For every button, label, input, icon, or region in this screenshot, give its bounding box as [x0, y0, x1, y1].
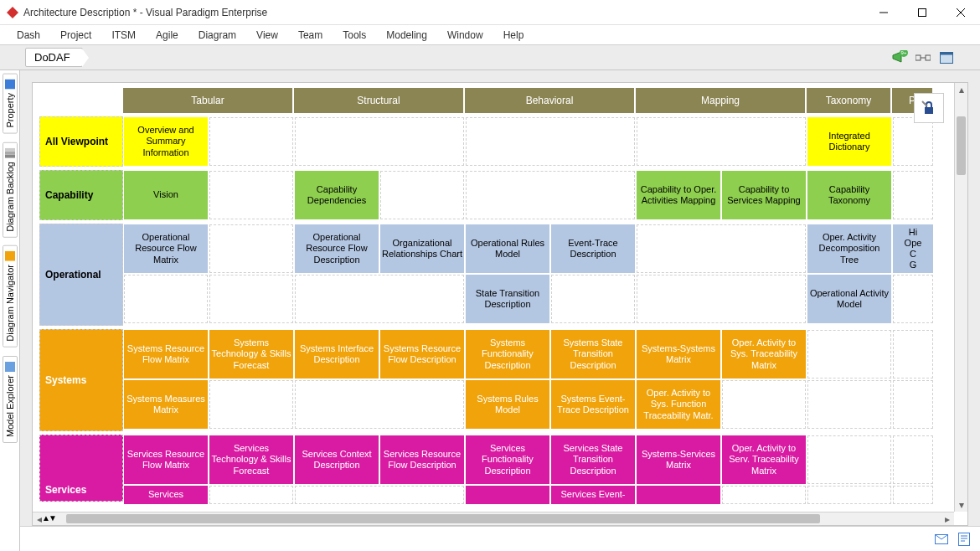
row-header-systems[interactable]: Systems — [39, 329, 123, 431]
cell-empty — [295, 486, 464, 504]
cell-integrated-dictionary[interactable]: Integrated Dictionary — [807, 117, 891, 166]
cell-sys-state-trans[interactable]: Systems State Transition Description — [551, 330, 635, 378]
cell-serv-func-desc[interactable]: Services Functionality Description — [466, 435, 549, 484]
maximize-button[interactable] — [903, 0, 941, 25]
note-icon[interactable] — [958, 533, 970, 546]
lock-icon — [921, 100, 936, 116]
col-tabular[interactable]: Tabular — [123, 88, 294, 113]
announce-icon[interactable]: 9+ — [890, 48, 910, 68]
close-button[interactable] — [941, 0, 980, 25]
side-tab-label: Property — [5, 93, 15, 128]
col-mapping[interactable]: Mapping — [636, 88, 807, 113]
scroll-down-icon[interactable]: ▾ — [955, 498, 967, 512]
cell-sys-measures[interactable]: Systems Measures Matrix — [124, 380, 208, 429]
cell-cap-serv-map[interactable]: Capability to Services Mapping — [722, 171, 806, 219]
cell-empty — [637, 117, 806, 166]
cell-oper-decomp-tree[interactable]: Oper. Activity Decomposition Tree — [807, 224, 891, 273]
cell-serv-event-partial[interactable]: Services Event- — [551, 486, 635, 504]
cell-oper-serv-trace[interactable]: Oper. Activity to Serv. Traceability Mat… — [722, 435, 806, 484]
menu-project[interactable]: Project — [60, 29, 91, 41]
mail-icon[interactable] — [935, 534, 948, 544]
cell-oper-sys-func-trace[interactable]: Oper. Activity to Sys. Function Traceabi… — [637, 380, 720, 429]
menu-help[interactable]: Help — [503, 29, 524, 41]
cell-sys-res-flow-desc[interactable]: Systems Resource Flow Description — [380, 330, 464, 378]
menu-view[interactable]: View — [256, 29, 278, 41]
cell-empty — [209, 380, 293, 429]
svg-rect-12 — [5, 80, 15, 90]
menu-dash[interactable]: Dash — [17, 29, 40, 41]
cell-empty — [893, 486, 933, 504]
minimize-button[interactable] — [864, 0, 903, 25]
cell-empty — [893, 171, 933, 219]
cell-empty — [380, 171, 464, 219]
cell-oper-rules[interactable]: Operational Rules Model — [466, 224, 549, 273]
row-header-all-viewpoint[interactable]: All Viewpoint — [39, 116, 123, 167]
scroll-up-icon[interactable]: ▴ — [955, 83, 967, 96]
cell-sys-tech-skills[interactable]: Systems Technology & Skills Forecast — [209, 330, 293, 378]
panel-icon[interactable] — [936, 48, 957, 68]
row-header-capability[interactable]: Capability — [39, 170, 123, 220]
cell-serv-state-trans[interactable]: Services State Transition Description — [551, 435, 635, 484]
menu-tools[interactable]: Tools — [343, 29, 366, 41]
cell-cap-oper-map[interactable]: Capability to Oper. Activities Mapping — [637, 171, 720, 219]
cell-serv-partial2[interactable] — [466, 486, 549, 504]
cell-sys-rules[interactable]: Systems Rules Model — [466, 380, 549, 429]
menu-agile[interactable]: Agile — [156, 29, 178, 41]
col-behavioral[interactable]: Behavioral — [465, 88, 636, 113]
cell-oper-activity-model[interactable]: Operational Activity Model — [807, 275, 891, 323]
layout-icon[interactable] — [913, 48, 933, 68]
cell-serv-res-flow-desc[interactable]: Services Resource Flow Description — [380, 435, 464, 484]
scroll-thumb-h[interactable] — [66, 514, 820, 523]
col-taxonomy[interactable]: Taxonomy — [807, 88, 892, 113]
side-tab-property[interactable]: Property — [3, 74, 18, 134]
cell-sys-serv-matrix[interactable]: Systems-Services Matrix — [637, 435, 720, 484]
menu-window[interactable]: Window — [447, 29, 483, 41]
vertical-scrollbar[interactable]: ▴ ▾ — [954, 83, 967, 512]
svg-marker-0 — [7, 7, 18, 18]
app-logo-icon — [7, 7, 18, 18]
menu-itsm[interactable]: ITSM — [111, 29, 136, 41]
col-structural[interactable]: Structural — [294, 88, 465, 113]
cell-event-trace[interactable]: Event-Trace Description — [551, 224, 635, 273]
cell-vision[interactable]: Vision — [124, 171, 208, 219]
svg-rect-7 — [916, 55, 921, 60]
scroll-thumb-v[interactable] — [957, 116, 966, 175]
breadcrumb[interactable]: DoDAF — [25, 48, 83, 67]
diagram-canvas[interactable]: Tabular Structural Behavioral Mapping Ta… — [32, 82, 968, 526]
cell-serv-context[interactable]: Services Context Description — [295, 435, 379, 484]
cell-empty — [209, 224, 293, 273]
lock-badge[interactable] — [914, 93, 944, 123]
scroll-right-icon[interactable]: ▸ — [941, 512, 954, 525]
menu-team[interactable]: Team — [298, 29, 322, 41]
cell-serv-partial3[interactable] — [637, 486, 720, 504]
svg-rect-18 — [925, 107, 933, 114]
side-tab-explorer[interactable]: Model Explorer — [3, 356, 18, 443]
cell-oper-res-flow-desc[interactable]: Operational Resource Flow Description — [295, 224, 379, 273]
cell-empty — [807, 486, 891, 504]
title-bar: Architecture Description * - Visual Para… — [0, 0, 980, 25]
cell-sys-res-flow-matrix[interactable]: Systems Resource Flow Matrix — [124, 330, 208, 378]
row-header-operational[interactable]: Operational — [39, 224, 123, 326]
cell-org-rel-chart[interactable]: Organizational Relationships Chart — [380, 224, 464, 273]
expand-toggle-icon[interactable]: ▲▼ — [42, 513, 55, 523]
menu-modeling[interactable]: Modeling — [386, 29, 427, 41]
cell-state-transition[interactable]: State Transition Description — [466, 275, 549, 323]
cell-cap-taxonomy[interactable]: Capability Taxonomy — [807, 171, 891, 219]
cell-oper-sys-trace[interactable]: Oper. Activity to Sys. Traceability Matr… — [722, 330, 806, 378]
side-tab-backlog[interactable]: Diagram Backlog — [3, 142, 18, 238]
cell-overview-summary[interactable]: Overview and Summary Information — [124, 117, 208, 166]
cell-partial[interactable]: Hi Ope C G — [893, 224, 933, 273]
cell-sys-event-trace[interactable]: Systems Event-Trace Description — [551, 380, 635, 429]
horizontal-scrollbar[interactable]: ◂ ▸ — [33, 512, 954, 525]
cell-sys-interface[interactable]: Systems Interface Description — [295, 330, 379, 378]
cell-serv-partial[interactable]: Services — [124, 486, 208, 504]
cell-serv-res-flow-matrix[interactable]: Services Resource Flow Matrix — [124, 435, 208, 484]
cell-oper-res-flow-matrix[interactable]: Operational Resource Flow Matrix — [124, 224, 208, 273]
side-tab-navigator[interactable]: Diagram Navigator — [3, 245, 18, 348]
row-header-services[interactable]: Services — [39, 435, 123, 502]
cell-capability-deps[interactable]: Capability Dependencies — [295, 171, 379, 219]
cell-serv-tech-skills[interactable]: Services Technology & Skills Forecast — [209, 435, 293, 484]
cell-sys-func-desc[interactable]: Systems Functionality Description — [466, 330, 549, 378]
cell-sys-sys-matrix[interactable]: Systems-Systems Matrix — [637, 330, 720, 378]
menu-diagram[interactable]: Diagram — [199, 29, 236, 41]
